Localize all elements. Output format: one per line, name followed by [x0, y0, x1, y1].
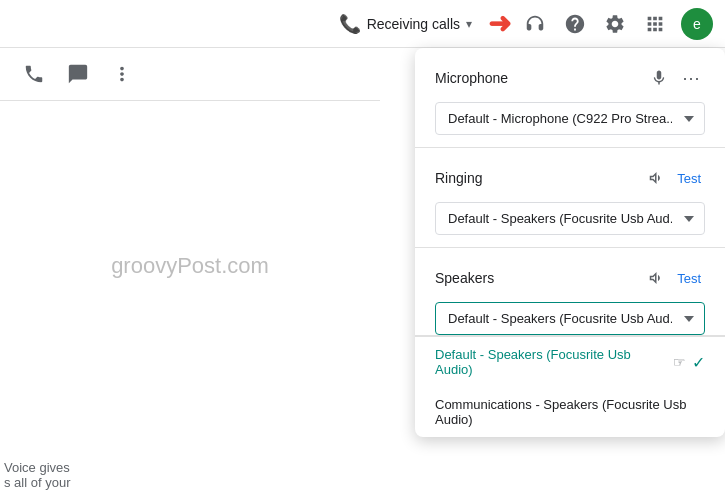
- content-area: groovyPost.com Voice gives s all of your…: [0, 48, 725, 500]
- microphone-title: Microphone: [435, 70, 508, 86]
- settings-icon: [604, 13, 626, 35]
- apps-icon: [644, 13, 666, 35]
- speakers-option-1-label: Default - Speakers (Focusrite Usb Audio): [435, 347, 667, 377]
- phone-icon: 📞: [339, 13, 361, 35]
- user-avatar-button[interactable]: e: [681, 8, 713, 40]
- chevron-down-icon: ▾: [466, 17, 472, 31]
- help-button[interactable]: [557, 6, 593, 42]
- speakers-dropdown-list: Default - Speakers (Focusrite Usb Audio)…: [415, 336, 725, 437]
- more-tab-icon: [111, 63, 133, 85]
- speakers-title: Speakers: [435, 270, 494, 286]
- more-tab-button[interactable]: [104, 56, 140, 92]
- microphone-controls: ⋯: [645, 64, 705, 92]
- microphone-icon: [650, 69, 668, 87]
- speakers-section: Speakers Test Default - Speakers (Focusr…: [415, 248, 725, 336]
- chat-tab-button[interactable]: [60, 56, 96, 92]
- speakers-test-button[interactable]: Test: [673, 269, 705, 288]
- speakers-controls: Test: [641, 264, 705, 292]
- ringing-title: Ringing: [435, 170, 482, 186]
- ringing-volume-button[interactable]: [641, 164, 669, 192]
- ringing-header: Ringing Test: [435, 164, 705, 192]
- speakers-option-2[interactable]: Communications - Speakers (Focusrite Usb…: [415, 387, 725, 437]
- audio-settings-dropdown: Microphone ⋯ Default - Microphone (C922 …: [415, 48, 725, 437]
- bottom-text: Voice gives s all of your: [0, 460, 74, 490]
- ringing-controls: Test: [641, 164, 705, 192]
- ringing-select[interactable]: Default - Speakers (Focusrite Usb Aud...: [435, 202, 705, 235]
- ringing-test-button[interactable]: Test: [673, 169, 705, 188]
- left-panel: groovyPost.com Voice gives s all of your: [0, 48, 380, 500]
- red-arrow-annotation: ➜: [488, 7, 511, 40]
- avatar-letter: e: [693, 16, 701, 32]
- speakers-option-2-label: Communications - Speakers (Focusrite Usb…: [435, 397, 695, 427]
- ringing-section: Ringing Test Default - Speakers (Focusri…: [415, 148, 725, 248]
- bottom-line1: Voice gives: [4, 460, 70, 475]
- speakers-volume-icon: [646, 269, 664, 287]
- microphone-more-button[interactable]: ⋯: [677, 64, 705, 92]
- headset-button[interactable]: [517, 6, 553, 42]
- headset-icon: [524, 13, 546, 35]
- speakers-header: Speakers Test: [435, 264, 705, 292]
- chat-tab-icon: [67, 63, 89, 85]
- speakers-volume-button[interactable]: [641, 264, 669, 292]
- check-icon: ✓: [692, 353, 705, 372]
- left-toolbar: [0, 48, 380, 101]
- speakers-test-label: Test: [677, 271, 701, 286]
- watermark: groovyPost.com: [111, 253, 269, 279]
- microphone-section: Microphone ⋯ Default - Microphone (C922 …: [415, 48, 725, 148]
- volume-icon: [646, 169, 664, 187]
- speakers-select[interactable]: Default - Speakers (Focusrite Usb Aud...: [435, 302, 705, 335]
- phone-tab-button[interactable]: [16, 56, 52, 92]
- help-icon: [564, 13, 586, 35]
- microphone-header: Microphone ⋯: [435, 64, 705, 92]
- apps-button[interactable]: [637, 6, 673, 42]
- ringing-test-label: Test: [677, 171, 701, 186]
- receiving-calls-label: Receiving calls: [367, 16, 460, 32]
- more-icon: ⋯: [682, 67, 700, 89]
- receiving-calls-button[interactable]: 📞 Receiving calls ▾: [329, 9, 482, 39]
- settings-button[interactable]: [597, 6, 633, 42]
- bottom-line2: s all of your: [4, 475, 70, 490]
- phone-tab-icon: [23, 63, 45, 85]
- speakers-option-1[interactable]: Default - Speakers (Focusrite Usb Audio)…: [415, 337, 725, 387]
- cursor-indicator: ☞: [673, 354, 686, 370]
- top-bar: 📞 Receiving calls ▾ ➜ e: [0, 0, 725, 48]
- microphone-icon-button[interactable]: [645, 64, 673, 92]
- microphone-select[interactable]: Default - Microphone (C922 Pro Strea...: [435, 102, 705, 135]
